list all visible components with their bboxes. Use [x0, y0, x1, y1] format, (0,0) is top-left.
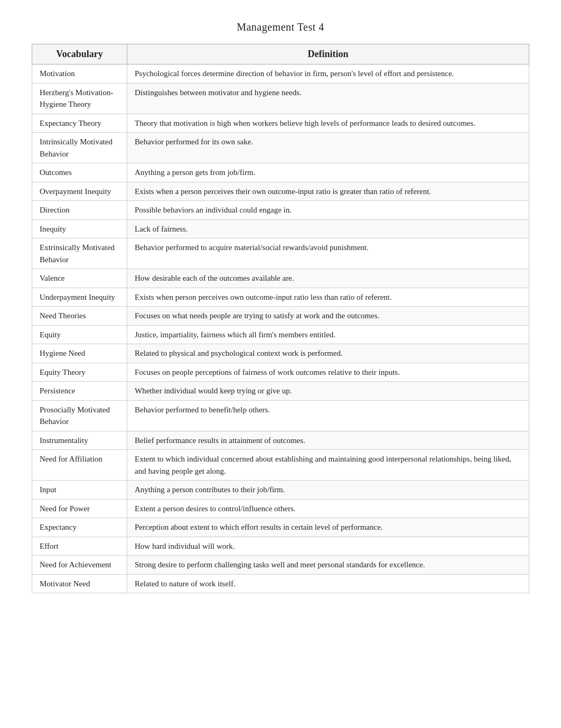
- vocab-cell: Persistence: [32, 382, 127, 401]
- vocab-cell: Extrinsically Motivated Behavior: [32, 238, 127, 269]
- table-row: Prosocially Motivated BehaviorBehavior p…: [32, 400, 529, 431]
- definition-cell: Extent to which individual concerned abo…: [127, 450, 529, 481]
- vocab-cell: Prosocially Motivated Behavior: [32, 400, 127, 431]
- table-row: Need TheoriesFocuses on what needs peopl…: [32, 307, 529, 326]
- vocab-cell: Motivator Need: [32, 574, 127, 593]
- definition-cell: Anything a person contributes to their j…: [127, 481, 529, 500]
- table-row: EffortHow hard individual will work.: [32, 537, 529, 556]
- table-row: InputAnything a person contributes to th…: [32, 481, 529, 500]
- definition-cell: Exists when a person perceives their own…: [127, 182, 529, 201]
- vocab-cell: Overpayment Inequity: [32, 182, 127, 201]
- definition-header: Definition: [127, 44, 529, 64]
- definition-cell: Belief performance results in attainment…: [127, 431, 529, 450]
- table-row: Underpayment InequityExists when person …: [32, 288, 529, 307]
- vocab-cell: Underpayment Inequity: [32, 288, 127, 307]
- definition-cell: Perception about extent to which effort …: [127, 518, 529, 537]
- table-row: Herzberg's Motivation-Hygiene TheoryDist…: [32, 83, 529, 114]
- definition-cell: How desirable each of the outcomes avail…: [127, 269, 529, 288]
- table-row: Extrinsically Motivated BehaviorBehavior…: [32, 238, 529, 269]
- definition-cell: Extent a person desires to control/influ…: [127, 499, 529, 518]
- vocabulary-table: Vocabulary Definition MotivationPsycholo…: [32, 44, 529, 593]
- vocab-cell: Direction: [32, 201, 127, 220]
- definition-cell: Possible behaviors an individual could e…: [127, 201, 529, 220]
- page-title: Management Test 4: [32, 21, 529, 33]
- vocab-cell: Herzberg's Motivation-Hygiene Theory: [32, 83, 127, 114]
- vocab-cell: Need for Achievement: [32, 556, 127, 575]
- table-row: Intrinsically Motivated BehaviorBehavior…: [32, 133, 529, 163]
- table-row: Need for AffiliationExtent to which indi…: [32, 450, 529, 481]
- definition-cell: Behavior performed to acquire material/s…: [127, 238, 529, 269]
- definition-cell: Focuses on what needs people are trying …: [127, 307, 529, 326]
- table-row: Hygiene NeedRelated to physical and psyc…: [32, 344, 529, 363]
- definition-cell: Related to nature of work itself.: [127, 574, 529, 593]
- vocab-cell: Expectancy: [32, 518, 127, 537]
- vocab-cell: Need Theories: [32, 307, 127, 326]
- definition-cell: Related to physical and psychological co…: [127, 344, 529, 363]
- table-row: ExpectancyPerception about extent to whi…: [32, 518, 529, 537]
- vocab-cell: Expectancy Theory: [32, 114, 127, 133]
- table-row: Equity TheoryFocuses on people perceptio…: [32, 363, 529, 382]
- vocab-cell: Equity: [32, 325, 127, 344]
- definition-cell: Psychological forces determine direction…: [127, 64, 529, 84]
- table-row: MotivationPsychological forces determine…: [32, 64, 529, 84]
- vocab-cell: Instrumentality: [32, 431, 127, 450]
- table-row: Need for PowerExtent a person desires to…: [32, 499, 529, 518]
- definition-cell: Behavior performed to benefit/help other…: [127, 400, 529, 431]
- vocab-cell: Hygiene Need: [32, 344, 127, 363]
- definition-cell: Justice, impartiality, fairness which al…: [127, 325, 529, 344]
- vocab-cell: Equity Theory: [32, 363, 127, 382]
- table-row: InstrumentalityBelief performance result…: [32, 431, 529, 450]
- vocab-cell: Outcomes: [32, 163, 127, 182]
- table-row: ValenceHow desirable each of the outcome…: [32, 269, 529, 288]
- definition-cell: How hard individual will work.: [127, 537, 529, 556]
- vocab-cell: Motivation: [32, 64, 127, 84]
- definition-cell: Focuses on people perceptions of fairnes…: [127, 363, 529, 382]
- definition-cell: Lack of fairness.: [127, 219, 529, 238]
- definition-cell: Anything a person gets from job/firm.: [127, 163, 529, 182]
- table-row: InequityLack of fairness.: [32, 219, 529, 238]
- vocab-header: Vocabulary: [32, 44, 127, 64]
- vocab-cell: Valence: [32, 269, 127, 288]
- table-row: Overpayment InequityExists when a person…: [32, 182, 529, 201]
- vocab-cell: Effort: [32, 537, 127, 556]
- table-row: Expectancy TheoryTheory that motivation …: [32, 114, 529, 133]
- table-row: EquityJustice, impartiality, fairness wh…: [32, 325, 529, 344]
- vocab-cell: Input: [32, 481, 127, 500]
- vocab-cell: Need for Affiliation: [32, 450, 127, 481]
- table-row: PersistenceWhether individual would keep…: [32, 382, 529, 401]
- vocab-cell: Inequity: [32, 219, 127, 238]
- definition-cell: Whether individual would keep trying or …: [127, 382, 529, 401]
- definition-cell: Exists when person perceives own outcome…: [127, 288, 529, 307]
- table-row: DirectionPossible behaviors an individua…: [32, 201, 529, 220]
- definition-cell: Theory that motivation is high when work…: [127, 114, 529, 133]
- table-row: OutcomesAnything a person gets from job/…: [32, 163, 529, 182]
- table-row: Need for AchievementStrong desire to per…: [32, 556, 529, 575]
- definition-cell: Behavior performed for its own sake.: [127, 133, 529, 163]
- table-row: Motivator NeedRelated to nature of work …: [32, 574, 529, 593]
- vocab-cell: Intrinsically Motivated Behavior: [32, 133, 127, 163]
- vocab-cell: Need for Power: [32, 499, 127, 518]
- definition-cell: Strong desire to perform challenging tas…: [127, 556, 529, 575]
- definition-cell: Distinguishes between motivator and hygi…: [127, 83, 529, 114]
